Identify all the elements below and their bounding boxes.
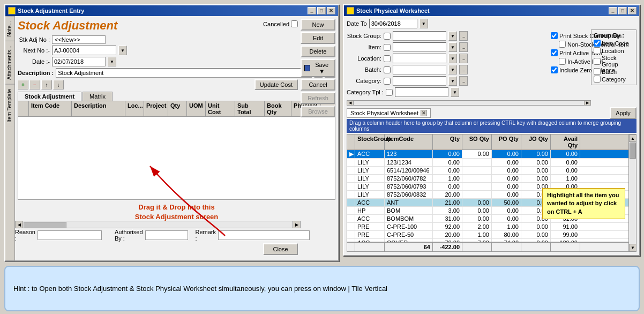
col-itemcode-r[interactable]: ItemCode	[385, 134, 433, 149]
delete-button[interactable]: Delete	[301, 46, 335, 57]
save-button[interactable]: Save ▼	[301, 59, 335, 77]
hscroll-right[interactable]: ◀ ▶	[347, 100, 591, 106]
date-to-input[interactable]	[369, 19, 417, 28]
item-cb[interactable]	[384, 44, 391, 51]
hscroll-left-btn[interactable]: ◀	[16, 221, 23, 228]
stock-group-cb[interactable]	[384, 33, 391, 40]
col-uom[interactable]: UOM	[187, 101, 206, 116]
next-no-input[interactable]	[52, 46, 116, 55]
auth-input[interactable]	[145, 230, 188, 240]
side-tab-note[interactable]: Note...	[5, 16, 14, 41]
add-btn[interactable]: +	[18, 80, 28, 89]
stock-group-input[interactable]	[393, 31, 446, 41]
batch-cb[interactable]	[384, 66, 391, 73]
up-btn[interactable]: ↑	[41, 80, 52, 89]
remark-input[interactable]	[218, 230, 310, 240]
col-bookqty[interactable]: Book Qty	[265, 101, 291, 116]
tab-stock-adjustment[interactable]: Stock Adjustment	[18, 92, 81, 101]
grid-row-3[interactable]: LILY 6514/120/00946 0.00 0.00 0.00 0.00	[347, 167, 636, 175]
groupby-itemcode-cb[interactable]	[594, 40, 601, 47]
col-location[interactable]: Loc...	[125, 101, 144, 116]
col-availqty[interactable]: Avail Qty	[551, 134, 580, 149]
location-cb[interactable]	[384, 55, 391, 62]
close-button[interactable]: Close	[263, 243, 298, 255]
grid-row-10[interactable]: PRE C-PRE-100 92.00 2.00 1.00 0.00 91.00	[347, 223, 636, 231]
close-btn-left[interactable]: ✕	[327, 7, 335, 14]
side-tab-attachments[interactable]: Attachments...	[5, 41, 14, 84]
reason-input[interactable]	[38, 230, 102, 240]
item-extra[interactable]: ...	[459, 42, 468, 52]
worksheet-tab-close[interactable]: ✕	[421, 110, 427, 116]
col-description[interactable]: Description	[72, 101, 125, 116]
maximize-btn[interactable]: □	[317, 7, 326, 14]
update-cost-btn[interactable]: Update Cost	[254, 79, 298, 90]
location-extra[interactable]: ...	[459, 54, 468, 63]
location-input[interactable]	[393, 54, 446, 63]
next-no-combo[interactable]: ▼	[118, 46, 127, 55]
remove-btn[interactable]: −	[29, 80, 40, 89]
batch-combo[interactable]: ▼	[448, 65, 457, 74]
stock-group-combo[interactable]: ▼	[448, 31, 457, 41]
tab-matrix[interactable]: Matrix	[83, 92, 113, 101]
right-maximize-btn[interactable]: □	[618, 7, 627, 14]
right-grid-vscroll[interactable]: ▲ ▼	[628, 134, 636, 251]
groupby-location-cb[interactable]	[594, 47, 601, 54]
cat-tpl-input[interactable]	[395, 87, 448, 97]
col-stockgroup[interactable]: StockGroup	[355, 134, 385, 149]
groupby-category-cb[interactable]	[594, 76, 601, 83]
cancelled-checkbox[interactable]	[291, 20, 298, 27]
hscroll-right-btn[interactable]: ▶	[293, 221, 300, 228]
print-stock-cb[interactable]	[551, 32, 558, 39]
col-joqty[interactable]: JO Qty	[521, 134, 551, 149]
col-itemcode[interactable]: Item Code	[29, 101, 72, 116]
vscroll-up-btn[interactable]: ▲	[629, 134, 636, 142]
inactive-cb[interactable]	[559, 58, 566, 65]
grid-row-4[interactable]: LILY 8752/060/0782 1.00 0.00 0.00 1.00	[347, 175, 636, 183]
col-subtotal[interactable]: Sub Total	[235, 101, 265, 116]
category-cb[interactable]	[384, 78, 391, 85]
col-qty-r[interactable]: Qty	[433, 134, 462, 149]
col-qty[interactable]: Qty	[168, 101, 187, 116]
zero-balance-cb[interactable]	[551, 66, 558, 73]
hscroll-right-left-btn[interactable]: ◀	[347, 101, 354, 105]
col-project[interactable]: Project	[144, 101, 168, 116]
new-button[interactable]: New	[301, 19, 335, 31]
cat-tpl-combo[interactable]: ▼	[451, 87, 459, 97]
grid-row-1[interactable]: ▶ ACC 123 0.00 0.00 0.00 0.00 0.00	[347, 150, 636, 159]
hscroll-left[interactable]: ◀ ▶	[15, 221, 301, 228]
browse-button[interactable]: Browse	[301, 106, 335, 117]
batch-input[interactable]	[393, 65, 446, 74]
vscroll-down-btn[interactable]: ▼	[629, 244, 636, 251]
apply-button[interactable]: Apply	[610, 107, 636, 119]
grid-row-11[interactable]: PRE C-PRE-50 20.00 1.00 80.00 0.00 99.00	[347, 231, 636, 239]
date-to-combo[interactable]: ▼	[420, 19, 428, 28]
item-combo[interactable]: ▼	[448, 42, 457, 52]
date-input[interactable]	[52, 57, 106, 66]
date-combo[interactable]: ▼	[108, 57, 116, 66]
groupby-batch-cb[interactable]	[594, 68, 601, 75]
location-combo[interactable]: ▼	[448, 54, 457, 63]
right-close-btn[interactable]: ✕	[628, 7, 636, 14]
col-poqty[interactable]: PO Qty	[492, 134, 521, 149]
col-soqty[interactable]: SO Qty	[462, 134, 492, 149]
category-extra[interactable]: ...	[459, 76, 468, 86]
cat-tpl-cb[interactable]	[386, 89, 393, 96]
groupby-stockgroup-cb[interactable]	[594, 58, 601, 65]
refresh-button[interactable]: Refresh	[301, 92, 335, 104]
grid-row-2[interactable]: LILY 123/1234 0.00 0.00 0.00 0.00	[347, 159, 636, 167]
right-minimize-btn[interactable]: _	[609, 7, 617, 14]
print-active-cb[interactable]	[551, 49, 558, 56]
stock-group-extra[interactable]: ...	[459, 31, 468, 41]
edit-button[interactable]: Edit	[301, 32, 335, 44]
down-btn[interactable]: ↓	[53, 80, 64, 89]
col-unitcost[interactable]: Unit Cost	[206, 101, 235, 116]
side-tab-item-template[interactable]: Item Template	[5, 84, 14, 127]
desc-input[interactable]	[56, 68, 312, 78]
category-input[interactable]	[393, 76, 446, 86]
category-combo[interactable]: ▼	[448, 76, 457, 86]
cancel-button[interactable]: Cancel	[301, 79, 335, 91]
hscroll-right-right-btn[interactable]: ▶	[584, 101, 590, 105]
batch-extra[interactable]: ...	[459, 65, 468, 74]
non-stock-cb[interactable]	[559, 41, 566, 48]
minimize-btn[interactable]: _	[308, 7, 316, 14]
